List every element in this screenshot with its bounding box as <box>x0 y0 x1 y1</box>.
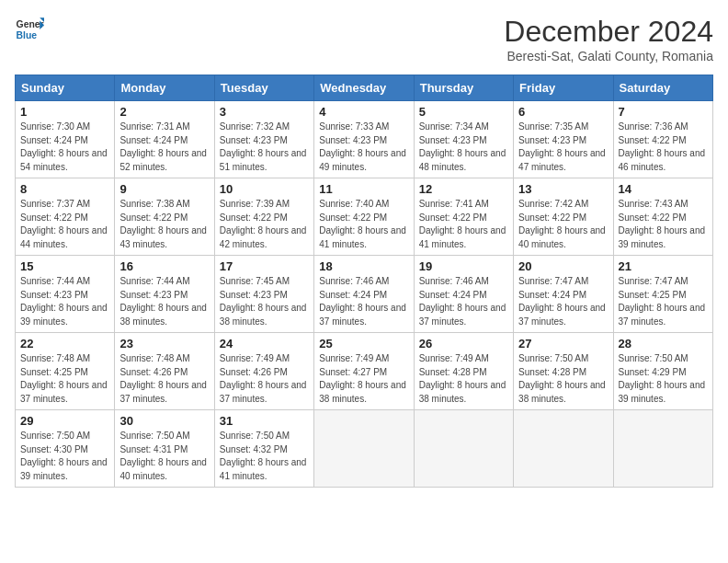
calendar-cell: 20Sunrise: 7:47 AMSunset: 4:24 PMDayligh… <box>514 256 613 333</box>
calendar-cell: 28Sunrise: 7:50 AMSunset: 4:29 PMDayligh… <box>613 333 712 410</box>
calendar-cell: 29Sunrise: 7:50 AMSunset: 4:30 PMDayligh… <box>16 410 115 488</box>
day-info: Sunrise: 7:49 AMSunset: 4:26 PMDaylight:… <box>220 352 309 406</box>
day-number: 14 <box>619 182 708 196</box>
day-number: 25 <box>319 337 408 350</box>
day-info: Sunrise: 7:50 AMSunset: 4:29 PMDaylight:… <box>619 352 708 406</box>
weekday-header-thursday: Thursday <box>414 75 513 101</box>
weekday-header-saturday: Saturday <box>613 75 712 101</box>
title-block: December 2024 Beresti-Sat, Galati County… <box>504 15 713 63</box>
calendar-title: December 2024 <box>504 15 713 49</box>
calendar-week-2: 8Sunrise: 7:37 AMSunset: 4:22 PMDaylight… <box>16 178 713 256</box>
calendar-cell: 13Sunrise: 7:42 AMSunset: 4:22 PMDayligh… <box>514 178 613 256</box>
day-info: Sunrise: 7:50 AMSunset: 4:31 PMDaylight:… <box>119 430 209 483</box>
day-number: 5 <box>419 105 508 119</box>
calendar-week-4: 22Sunrise: 7:48 AMSunset: 4:25 PMDayligh… <box>16 333 713 410</box>
weekday-header-tuesday: Tuesday <box>214 75 313 101</box>
calendar-cell: 26Sunrise: 7:49 AMSunset: 4:28 PMDayligh… <box>414 333 513 410</box>
day-number: 16 <box>119 259 209 273</box>
day-number: 7 <box>619 105 708 119</box>
day-info: Sunrise: 7:44 AMSunset: 4:23 PMDaylight:… <box>20 275 109 328</box>
weekday-header-friday: Friday <box>514 75 613 101</box>
day-number: 10 <box>220 182 309 196</box>
day-info: Sunrise: 7:49 AMSunset: 4:28 PMDaylight:… <box>419 352 508 406</box>
calendar-cell: 18Sunrise: 7:46 AMSunset: 4:24 PMDayligh… <box>314 256 414 333</box>
day-number: 4 <box>319 105 408 119</box>
day-number: 23 <box>119 337 209 350</box>
weekday-header-sunday: Sunday <box>16 75 115 101</box>
day-number: 6 <box>518 105 608 119</box>
calendar-cell: 24Sunrise: 7:49 AMSunset: 4:26 PMDayligh… <box>214 333 313 410</box>
day-info: Sunrise: 7:32 AMSunset: 4:23 PMDaylight:… <box>220 121 309 174</box>
day-info: Sunrise: 7:49 AMSunset: 4:27 PMDaylight:… <box>319 352 408 406</box>
day-info: Sunrise: 7:34 AMSunset: 4:23 PMDaylight:… <box>419 121 508 174</box>
calendar-cell: 3Sunrise: 7:32 AMSunset: 4:23 PMDaylight… <box>214 101 313 178</box>
day-number: 26 <box>419 337 508 350</box>
day-number: 2 <box>119 105 209 119</box>
calendar-week-5: 29Sunrise: 7:50 AMSunset: 4:30 PMDayligh… <box>16 410 713 488</box>
logo: General Blue <box>15 15 44 44</box>
day-info: Sunrise: 7:42 AMSunset: 4:22 PMDaylight:… <box>518 198 608 251</box>
day-info: Sunrise: 7:33 AMSunset: 4:23 PMDaylight:… <box>319 121 408 174</box>
day-number: 30 <box>119 414 209 428</box>
day-info: Sunrise: 7:44 AMSunset: 4:23 PMDaylight:… <box>119 275 209 328</box>
calendar-cell: 15Sunrise: 7:44 AMSunset: 4:23 PMDayligh… <box>16 256 115 333</box>
day-info: Sunrise: 7:46 AMSunset: 4:24 PMDaylight:… <box>419 275 508 328</box>
calendar-cell <box>314 410 414 488</box>
day-number: 15 <box>20 259 109 273</box>
day-number: 17 <box>220 259 309 273</box>
day-info: Sunrise: 7:36 AMSunset: 4:22 PMDaylight:… <box>619 121 708 174</box>
calendar-cell: 30Sunrise: 7:50 AMSunset: 4:31 PMDayligh… <box>115 410 214 488</box>
calendar-cell: 1Sunrise: 7:30 AMSunset: 4:24 PMDaylight… <box>16 101 115 178</box>
day-info: Sunrise: 7:47 AMSunset: 4:24 PMDaylight:… <box>518 275 608 328</box>
calendar-subtitle: Beresti-Sat, Galati County, Romania <box>504 49 713 63</box>
calendar-cell: 12Sunrise: 7:41 AMSunset: 4:22 PMDayligh… <box>414 178 513 256</box>
day-info: Sunrise: 7:37 AMSunset: 4:22 PMDaylight:… <box>20 198 109 251</box>
day-info: Sunrise: 7:50 AMSunset: 4:28 PMDaylight:… <box>518 352 608 406</box>
calendar-cell: 6Sunrise: 7:35 AMSunset: 4:23 PMDaylight… <box>514 101 613 178</box>
calendar-cell: 17Sunrise: 7:45 AMSunset: 4:23 PMDayligh… <box>214 256 313 333</box>
calendar-cell: 11Sunrise: 7:40 AMSunset: 4:22 PMDayligh… <box>314 178 414 256</box>
calendar-cell: 9Sunrise: 7:38 AMSunset: 4:22 PMDaylight… <box>115 178 214 256</box>
calendar-cell: 31Sunrise: 7:50 AMSunset: 4:32 PMDayligh… <box>214 410 313 488</box>
weekday-header-monday: Monday <box>115 75 214 101</box>
day-number: 1 <box>20 105 109 119</box>
day-info: Sunrise: 7:41 AMSunset: 4:22 PMDaylight:… <box>419 198 508 251</box>
day-info: Sunrise: 7:46 AMSunset: 4:24 PMDaylight:… <box>319 275 408 328</box>
calendar-table: SundayMondayTuesdayWednesdayThursdayFrid… <box>15 75 713 488</box>
calendar-cell: 5Sunrise: 7:34 AMSunset: 4:23 PMDaylight… <box>414 101 513 178</box>
calendar-cell: 4Sunrise: 7:33 AMSunset: 4:23 PMDaylight… <box>314 101 414 178</box>
calendar-week-3: 15Sunrise: 7:44 AMSunset: 4:23 PMDayligh… <box>16 256 713 333</box>
calendar-cell <box>514 410 613 488</box>
day-number: 20 <box>518 259 608 273</box>
day-number: 31 <box>220 414 309 428</box>
day-info: Sunrise: 7:39 AMSunset: 4:22 PMDaylight:… <box>220 198 309 251</box>
calendar-cell: 23Sunrise: 7:48 AMSunset: 4:26 PMDayligh… <box>115 333 214 410</box>
day-info: Sunrise: 7:48 AMSunset: 4:26 PMDaylight:… <box>119 352 209 406</box>
calendar-cell: 27Sunrise: 7:50 AMSunset: 4:28 PMDayligh… <box>514 333 613 410</box>
day-number: 21 <box>619 259 708 273</box>
day-number: 19 <box>419 259 508 273</box>
day-number: 12 <box>419 182 508 196</box>
calendar-week-1: 1Sunrise: 7:30 AMSunset: 4:24 PMDaylight… <box>16 101 713 178</box>
day-number: 27 <box>518 337 608 350</box>
calendar-cell: 21Sunrise: 7:47 AMSunset: 4:25 PMDayligh… <box>613 256 712 333</box>
calendar-cell: 2Sunrise: 7:31 AMSunset: 4:24 PMDaylight… <box>115 101 214 178</box>
calendar-cell: 7Sunrise: 7:36 AMSunset: 4:22 PMDaylight… <box>613 101 712 178</box>
day-number: 22 <box>20 337 109 350</box>
day-number: 29 <box>20 414 109 428</box>
calendar-cell: 25Sunrise: 7:49 AMSunset: 4:27 PMDayligh… <box>314 333 414 410</box>
day-info: Sunrise: 7:35 AMSunset: 4:23 PMDaylight:… <box>518 121 608 174</box>
day-info: Sunrise: 7:30 AMSunset: 4:24 PMDaylight:… <box>20 121 109 174</box>
day-number: 18 <box>319 259 408 273</box>
calendar-cell: 14Sunrise: 7:43 AMSunset: 4:22 PMDayligh… <box>613 178 712 256</box>
day-number: 28 <box>619 337 708 350</box>
calendar-cell <box>414 410 513 488</box>
day-number: 24 <box>220 337 309 350</box>
day-info: Sunrise: 7:47 AMSunset: 4:25 PMDaylight:… <box>619 275 708 328</box>
calendar-cell: 22Sunrise: 7:48 AMSunset: 4:25 PMDayligh… <box>16 333 115 410</box>
calendar-cell: 10Sunrise: 7:39 AMSunset: 4:22 PMDayligh… <box>214 178 313 256</box>
day-number: 8 <box>20 182 109 196</box>
calendar-cell <box>613 410 712 488</box>
page-header: General Blue December 2024 Beresti-Sat, … <box>15 15 713 63</box>
svg-text:Blue: Blue <box>17 30 38 40</box>
